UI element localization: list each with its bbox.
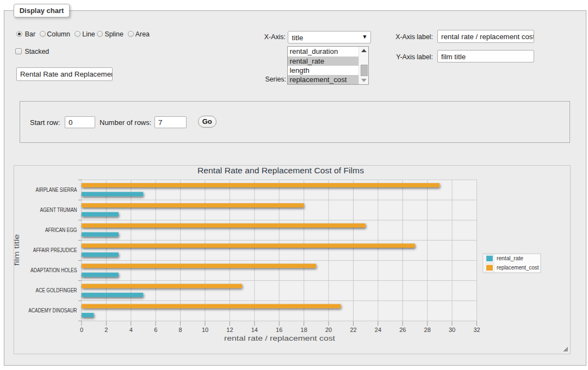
svg-text:12: 12 — [226, 327, 233, 333]
svg-text:rental rate / replacement cost: rental rate / replacement cost — [224, 334, 335, 342]
svg-text:rental_rate: rental_rate — [497, 255, 523, 261]
svg-text:ADAPTATION HOLES: ADAPTATION HOLES — [30, 267, 77, 273]
svg-text:ACE GOLDFINGER: ACE GOLDFINGER — [36, 287, 77, 293]
svg-text:30: 30 — [449, 327, 455, 333]
svg-text:0: 0 — [80, 327, 83, 333]
svg-text:26: 26 — [399, 327, 406, 333]
svg-text:2: 2 — [104, 327, 108, 333]
svg-text:8: 8 — [179, 327, 182, 333]
svg-text:20: 20 — [325, 327, 332, 333]
svg-text:replacement_cost: replacement_cost — [497, 264, 539, 271]
svg-text:10: 10 — [202, 327, 208, 333]
svg-text:AFRICAN EGG: AFRICAN EGG — [45, 227, 77, 233]
svg-text:28: 28 — [424, 327, 431, 333]
svg-text:Rental Rate and Replacement Co: Rental Rate and Replacement Cost of Film… — [197, 166, 364, 175]
svg-text:24: 24 — [375, 327, 381, 333]
svg-text:14: 14 — [251, 327, 258, 333]
svg-text:16: 16 — [276, 327, 282, 333]
svg-text:ACADEMY DINOSAUR: ACADEMY DINOSAUR — [28, 308, 77, 313]
svg-text:AIRPLANE SIERRA: AIRPLANE SIERRA — [36, 187, 77, 193]
svg-text:AGENT TRUMAN: AGENT TRUMAN — [40, 207, 77, 213]
svg-text:18: 18 — [301, 327, 307, 333]
svg-text:4: 4 — [129, 327, 133, 333]
svg-text:32: 32 — [473, 327, 480, 333]
svg-text:22: 22 — [350, 327, 356, 333]
svg-text:film title: film title — [14, 234, 21, 266]
svg-text:6: 6 — [154, 327, 157, 333]
svg-text:AFFAIR PREJUDICE: AFFAIR PREJUDICE — [33, 247, 77, 253]
